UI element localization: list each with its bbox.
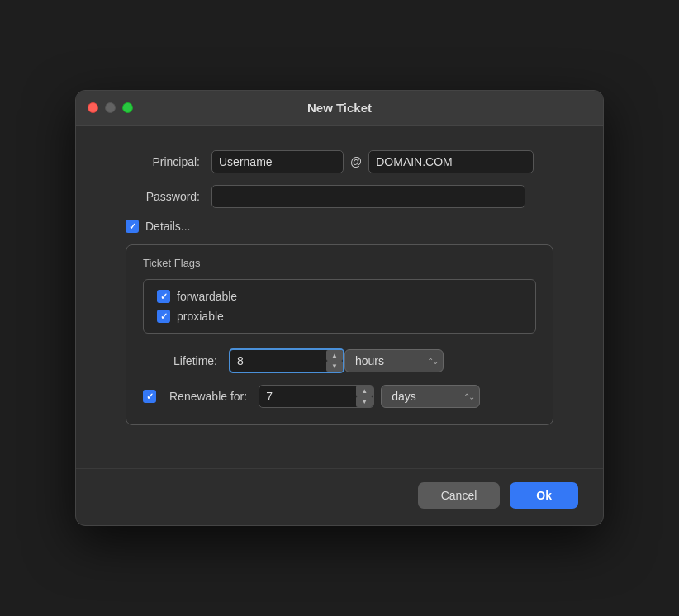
proxiable-label: proxiable — [177, 310, 224, 323]
details-checkbox[interactable] — [126, 220, 139, 233]
traffic-lights — [88, 102, 133, 113]
forwardable-item: forwardable — [157, 290, 522, 303]
renewable-stepper: ▲ ▼ — [356, 386, 373, 407]
dialog-body: Principal: @ Password: Details... Ticket… — [76, 126, 603, 460]
new-ticket-dialog: New Ticket Principal: @ Password: Detail… — [75, 90, 604, 526]
forwardable-label: forwardable — [177, 290, 237, 303]
lifetime-stepper: ▲ ▼ — [326, 350, 343, 372]
password-label: Password: — [126, 190, 200, 203]
lifetime-unit-select[interactable]: minutes hours days weeks — [344, 349, 444, 372]
renewable-unit-wrapper: minutes hours days weeks — [381, 385, 480, 408]
lifetime-decrement[interactable]: ▼ — [326, 361, 343, 372]
renewable-decrement[interactable]: ▼ — [356, 396, 373, 407]
cancel-button[interactable]: Cancel — [418, 482, 501, 509]
password-row: Password: — [126, 185, 553, 208]
details-label[interactable]: Details... — [126, 220, 190, 233]
close-button[interactable] — [88, 102, 98, 113]
principal-input[interactable] — [211, 150, 344, 173]
renewable-unit-select[interactable]: minutes hours days weeks — [381, 385, 480, 408]
ticket-flags-title: Ticket Flags — [143, 257, 536, 269]
renewable-checkbox[interactable] — [143, 390, 156, 403]
domain-input[interactable] — [368, 150, 534, 173]
lifetime-unit-wrapper: minutes hours days weeks — [344, 349, 444, 372]
minimize-button[interactable] — [105, 102, 116, 113]
at-sign: @ — [350, 155, 362, 168]
proxiable-checkbox[interactable] — [157, 310, 170, 323]
lifetime-increment[interactable]: ▲ — [326, 350, 343, 361]
flag-inner-box: forwardable proxiable — [143, 279, 536, 334]
lifetime-label: Lifetime: — [143, 354, 217, 367]
renewable-label: Renewable for: — [169, 390, 247, 403]
renewable-input-wrapper: ▲ ▼ — [259, 385, 374, 408]
renewable-row: Renewable for: ▲ ▼ minutes hours days we… — [143, 385, 536, 408]
principal-label: Principal: — [126, 155, 200, 168]
lifetime-row: Lifetime: ▲ ▼ minutes hours days weeks — [143, 348, 536, 373]
ok-button[interactable]: Ok — [510, 482, 578, 509]
dialog-footer: Cancel Ok — [76, 468, 603, 525]
principal-row: Principal: @ — [126, 150, 553, 173]
renewable-increment[interactable]: ▲ — [356, 386, 373, 396]
forwardable-checkbox[interactable] — [157, 290, 170, 303]
maximize-button[interactable] — [122, 102, 133, 113]
details-checkbox-row: Details... — [126, 220, 553, 233]
lifetime-input-wrapper: ▲ ▼ — [229, 348, 344, 373]
proxiable-item: proxiable — [157, 310, 522, 323]
ticket-flags-section: Ticket Flags forwardable proxiable Lifet… — [126, 244, 553, 425]
password-input[interactable] — [211, 185, 525, 208]
titlebar: New Ticket — [76, 91, 603, 126]
window-title: New Ticket — [307, 101, 372, 115]
